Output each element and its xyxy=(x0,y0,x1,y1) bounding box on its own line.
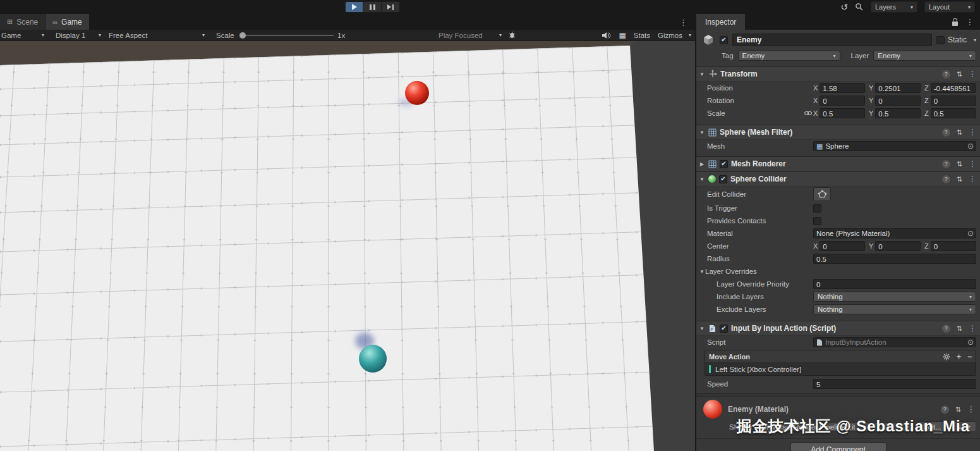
object-picker-icon[interactable]: ⊙ xyxy=(965,142,976,151)
help-icon[interactable]: ? xyxy=(942,128,950,137)
pause-button[interactable] xyxy=(363,1,382,13)
presets-icon[interactable]: ⇅ xyxy=(957,160,962,168)
remove-binding-icon[interactable]: − xyxy=(967,352,972,361)
display-dropdown[interactable]: Display 1▾ xyxy=(56,30,101,40)
lock-icon[interactable] xyxy=(952,22,958,26)
center-x-field[interactable]: 0 xyxy=(820,241,865,251)
foldout-open-icon[interactable]: ▼ xyxy=(699,269,705,275)
kebab-menu-icon[interactable]: ⋮ xyxy=(967,405,975,414)
binding-row[interactable]: Left Stick [Xbox Controller] xyxy=(705,362,976,375)
input-script-header[interactable]: ▼ # ✔ Input By Input Action (Script) ?⇅⋮ xyxy=(696,321,980,336)
debug-bug-icon[interactable] xyxy=(508,30,516,40)
rotation-y-field[interactable]: 0 xyxy=(875,96,921,106)
gizmos-dropdown[interactable]: Gizmos▾ xyxy=(658,32,691,39)
foldout-open-icon[interactable]: ▼ xyxy=(699,71,705,77)
metrics-icon[interactable]: ▦ xyxy=(619,31,626,40)
layer-overrides-foldout[interactable]: ▼ Layer Overrides xyxy=(696,265,980,278)
object-picker-icon[interactable]: ⊙ xyxy=(965,338,976,347)
position-y-field[interactable]: 0.2501 xyxy=(875,83,921,93)
stats-button[interactable]: Stats xyxy=(634,32,650,39)
active-checkbox[interactable]: ✔ xyxy=(720,36,728,44)
mesh-renderer-header[interactable]: ▶ ✔ Mesh Renderer ?⇅⋮ xyxy=(696,156,980,171)
help-icon[interactable]: ? xyxy=(942,70,950,78)
rotation-z-field[interactable]: 0 xyxy=(931,96,976,106)
material-preview-sphere[interactable] xyxy=(703,400,722,419)
help-icon[interactable]: ? xyxy=(941,405,949,414)
pane-menu-icon[interactable]: ⋮ xyxy=(679,18,687,27)
kebab-menu-icon[interactable]: ⋮ xyxy=(969,324,976,333)
tab-inspector[interactable]: Inspector xyxy=(696,14,745,30)
object-picker-icon[interactable]: ⊙ xyxy=(965,229,976,238)
transform-header[interactable]: ▼ Transform ?⇅⋮ xyxy=(696,66,980,82)
scale-y-field[interactable]: 0.5 xyxy=(875,108,921,118)
scale-slider[interactable] xyxy=(240,35,334,36)
kebab-menu-icon[interactable]: ⋮ xyxy=(969,128,976,137)
foldout-closed-icon[interactable]: ▶ xyxy=(699,161,705,167)
radius-field[interactable]: 0.5 xyxy=(813,254,976,264)
layer-dropdown[interactable]: Enemy▾ xyxy=(873,51,976,61)
scale-z-field[interactable]: 0.5 xyxy=(931,108,976,118)
presets-icon[interactable]: ⇅ xyxy=(957,324,962,333)
kebab-menu-icon[interactable]: ⋮ xyxy=(969,70,976,78)
kebab-menu-icon[interactable]: ⋮ xyxy=(969,159,976,168)
position-z-field[interactable]: -0.4458561 xyxy=(931,83,976,93)
tab-scene[interactable]: ⊞ Scene xyxy=(0,14,45,30)
script-object-field[interactable]: InputByInputAction ⊙ xyxy=(813,337,976,347)
game-viewport[interactable] xyxy=(0,41,695,451)
center-row: Center X0 Y0 Z0 xyxy=(696,240,980,252)
scale-label: Scale xyxy=(216,30,234,40)
gear-icon[interactable] xyxy=(943,353,950,361)
static-checkbox[interactable] xyxy=(936,36,945,44)
constrain-proportions-link-icon[interactable] xyxy=(804,110,812,116)
exclude-layers-dropdown[interactable]: Nothing▾ xyxy=(813,304,976,314)
add-component-button[interactable]: Add Component xyxy=(790,442,886,451)
mute-audio-icon[interactable] xyxy=(602,32,611,39)
presets-icon[interactable]: ⇅ xyxy=(957,175,962,183)
step-button[interactable] xyxy=(382,1,400,13)
tag-dropdown[interactable]: Enemy▾ xyxy=(738,51,840,61)
physic-material-object-field[interactable]: None (Physic Material) ⊙ xyxy=(813,228,976,238)
center-y-field[interactable]: 0 xyxy=(875,241,921,251)
layer-override-priority-field[interactable]: 0 xyxy=(813,279,976,289)
presets-icon[interactable]: ⇅ xyxy=(955,405,961,414)
step-icon xyxy=(387,4,391,9)
kebab-menu-icon[interactable]: ⋮ xyxy=(969,175,976,183)
provides-contacts-checkbox[interactable] xyxy=(813,217,821,225)
foldout-open-icon[interactable]: ▼ xyxy=(699,326,705,331)
play-focused-dropdown[interactable]: Play Focused▾ xyxy=(439,30,502,40)
speed-field[interactable]: 5 xyxy=(813,379,976,389)
help-icon[interactable]: ? xyxy=(942,160,950,168)
edit-collider-button[interactable] xyxy=(813,187,831,201)
rotation-x-field[interactable]: 0 xyxy=(820,96,865,106)
mesh-object-field[interactable]: ▦ Sphere ⊙ xyxy=(813,141,976,151)
is-trigger-checkbox[interactable] xyxy=(813,204,821,213)
add-binding-icon[interactable]: + xyxy=(957,352,961,361)
tab-game[interactable]: ∞ Game xyxy=(45,14,89,30)
game-target-dropdown[interactable]: Game▾ xyxy=(1,30,44,40)
inspector-menu-icon[interactable]: ⋮ xyxy=(966,18,974,27)
component-enabled-checkbox[interactable]: ✔ xyxy=(719,175,727,183)
static-group[interactable]: Static ▾ xyxy=(936,35,976,44)
component-enabled-checkbox[interactable]: ✔ xyxy=(720,324,728,333)
aspect-ratio-dropdown[interactable]: Free Aspect▾ xyxy=(109,30,205,40)
help-icon[interactable]: ? xyxy=(942,175,950,183)
version-history-icon[interactable]: ↺ xyxy=(840,3,848,11)
scale-x-field[interactable]: 0.5 xyxy=(820,108,865,118)
sphere-collider-header[interactable]: ▼ ✔ Sphere Collider ?⇅⋮ xyxy=(696,171,980,187)
presets-icon[interactable]: ⇅ xyxy=(957,70,962,78)
help-icon[interactable]: ? xyxy=(942,324,950,333)
foldout-open-icon[interactable]: ▼ xyxy=(699,130,705,135)
position-x-field[interactable]: 1.58 xyxy=(820,83,865,93)
play-button[interactable] xyxy=(345,1,363,13)
scale-slider-knob[interactable] xyxy=(239,32,246,39)
layout-dropdown[interactable]: Layout▾ xyxy=(924,1,975,13)
gameobject-name-field[interactable]: Enemy xyxy=(732,34,932,46)
search-icon[interactable] xyxy=(855,3,864,11)
component-enabled-checkbox[interactable]: ✔ xyxy=(720,160,728,168)
include-layers-dropdown[interactable]: Nothing▾ xyxy=(813,292,976,302)
center-z-field[interactable]: 0 xyxy=(931,241,976,251)
presets-icon[interactable]: ⇅ xyxy=(957,128,962,137)
mesh-filter-header[interactable]: ▼ Sphere (Mesh Filter) ?⇅⋮ xyxy=(696,125,980,140)
foldout-open-icon[interactable]: ▼ xyxy=(699,176,705,182)
layers-dropdown[interactable]: Layers▾ xyxy=(871,1,917,13)
